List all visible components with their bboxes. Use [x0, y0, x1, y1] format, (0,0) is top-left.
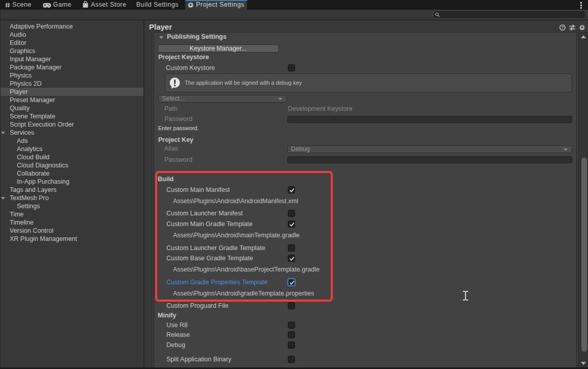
svg-text:?: ? [561, 25, 564, 30]
